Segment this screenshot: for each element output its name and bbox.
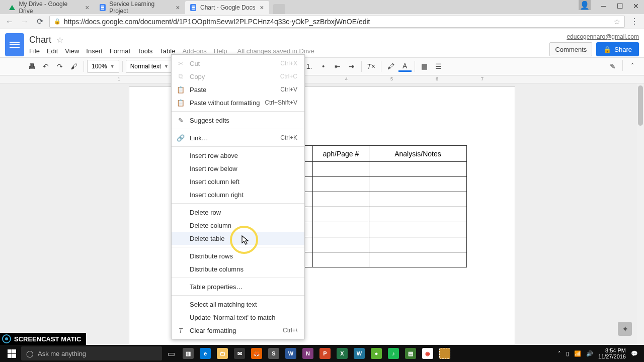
text-color-icon[interactable]: A	[398, 61, 412, 72]
menu-addons[interactable]: Add-ons	[182, 47, 206, 55]
taskbar-app[interactable]: ▥	[180, 346, 196, 360]
decrease-indent-icon[interactable]: ⇤	[331, 60, 344, 73]
minimize-button[interactable]: ─	[596, 0, 612, 12]
scrollbar-thumb[interactable]	[638, 85, 643, 126]
taskbar-mail-icon[interactable]: ✉	[231, 346, 248, 360]
redo-icon[interactable]: ↷	[53, 60, 66, 73]
close-icon[interactable]: ×	[258, 4, 265, 11]
menu-tools[interactable]: Tools	[137, 47, 152, 55]
close-icon[interactable]: ×	[175, 4, 181, 11]
ctx-insert-row-above[interactable]: Insert row above	[172, 149, 304, 162]
taskbar-recorder-icon[interactable]	[437, 346, 453, 360]
close-icon[interactable]: ×	[84, 4, 91, 11]
undo-icon[interactable]: ↶	[39, 60, 52, 73]
ctx-delete-table[interactable]: Delete table	[172, 232, 304, 245]
ctx-insert-row-below[interactable]: Insert row below	[172, 162, 304, 175]
ctx-insert-col-right[interactable]: Insert column right	[172, 188, 304, 201]
document-title[interactable]: Chart	[29, 35, 51, 45]
document-canvas[interactable]: aph/Page # Analysis/Notes	[0, 83, 644, 345]
ctx-suggest-edits[interactable]: ✎Suggest edits	[172, 114, 304, 127]
menu-file[interactable]: File	[29, 47, 40, 55]
increase-indent-icon[interactable]: ⇥	[345, 60, 358, 73]
start-button[interactable]	[3, 346, 20, 361]
ctx-table-properties[interactable]: Table properties…	[172, 280, 304, 293]
ctx-insert-col-left[interactable]: Insert column left	[172, 175, 304, 188]
tray-battery-icon[interactable]: ▯	[566, 350, 569, 357]
star-document-icon[interactable]: ☆	[56, 35, 63, 45]
user-email[interactable]: educogennaro@gmail.com	[567, 33, 639, 40]
chrome-profile-icon[interactable]: 👤	[579, 0, 591, 10]
taskbar-app[interactable]: W	[351, 346, 367, 360]
clear-formatting-icon[interactable]: T×	[365, 60, 378, 73]
ctx-delete-row[interactable]: Delete row	[172, 206, 304, 219]
task-view-icon[interactable]: ▭	[163, 346, 179, 360]
taskbar-word-icon[interactable]: W	[283, 346, 299, 360]
ctx-copy[interactable]: ⧉CopyCtrl+C	[172, 70, 304, 83]
comments-button[interactable]: Comments	[549, 42, 592, 56]
ctx-paste-plain[interactable]: 📋Paste without formattingCtrl+Shift+V	[172, 96, 304, 109]
share-button[interactable]: 🔒 Share	[596, 42, 639, 56]
new-tab-button[interactable]	[273, 4, 285, 14]
forward-button[interactable]: →	[19, 16, 30, 27]
address-bar[interactable]: 🔒 https://docs.google.com/document/d/1P1…	[49, 16, 625, 28]
taskbar-firefox-icon[interactable]: 🦊	[249, 346, 265, 360]
tray-volume-icon[interactable]: 🔊	[586, 350, 593, 357]
vertical-scrollbar[interactable]	[637, 83, 644, 345]
taskbar-clock[interactable]: 8:54 PM 11/27/2016	[598, 347, 626, 359]
cortana-search[interactable]: ◯ Ask me anything	[21, 346, 162, 360]
notifications-icon[interactable]: 💬	[631, 350, 638, 357]
ctx-delete-column[interactable]: Delete column	[172, 219, 304, 232]
fill-color-icon[interactable]: 🖍	[384, 60, 397, 73]
taskbar-spotify-icon[interactable]: ♪	[385, 346, 401, 360]
ctx-distribute-rows[interactable]: Distribute rows	[172, 249, 304, 262]
close-window-button[interactable]: ✕	[628, 0, 644, 12]
taskbar-onenote-icon[interactable]: N	[300, 346, 316, 360]
maximize-button[interactable]: ☐	[612, 0, 628, 12]
bookmark-star-icon[interactable]: ☆	[614, 18, 620, 26]
browser-tab-chart[interactable]: Chart - Google Docs ×	[185, 1, 269, 14]
print-icon[interactable]: 🖶	[25, 60, 38, 73]
zoom-select[interactable]: 100%▼	[87, 60, 119, 73]
table-header-col4[interactable]: Analysis/Notes	[369, 146, 467, 162]
taskbar-excel-icon[interactable]: X	[334, 346, 350, 360]
ctx-update-normal-text[interactable]: Update 'Normal text' to match	[172, 311, 304, 324]
system-tray[interactable]: ˄ ▯ 📶 🔊 8:54 PM 11/27/2016 💬	[558, 347, 641, 359]
taskbar-edge-icon[interactable]: e	[197, 346, 213, 360]
explore-button-icon[interactable]: ✦	[618, 322, 632, 336]
back-button[interactable]: ←	[4, 16, 15, 27]
editing-mode-icon[interactable]: ✎	[606, 60, 619, 73]
taskbar-powerpoint-icon[interactable]: P	[317, 346, 333, 360]
ctx-link[interactable]: 🔗Link…Ctrl+K	[172, 131, 304, 144]
bulleted-list-icon[interactable]: •	[317, 60, 330, 73]
menu-edit[interactable]: Edit	[47, 47, 58, 55]
taskbar-app[interactable]: ●	[368, 346, 384, 360]
ctx-paste[interactable]: 📋PasteCtrl+V	[172, 83, 304, 96]
ctx-clear-formatting[interactable]: TClear formattingCtrl+\	[172, 324, 304, 337]
taskbar-explorer-icon[interactable]: 🗀	[214, 346, 230, 360]
border-style-icon[interactable]: ☰	[432, 60, 445, 73]
table-header-col3[interactable]: aph/Page #	[313, 146, 369, 162]
horizontal-ruler[interactable]: 1 4 5 6 7	[0, 75, 644, 83]
ctx-distribute-cols[interactable]: Distribute columns	[172, 262, 304, 276]
menu-table[interactable]: Table	[159, 47, 175, 55]
taskbar-chrome-icon[interactable]: ◉	[420, 346, 436, 360]
menu-view[interactable]: View	[65, 47, 79, 55]
chrome-menu-icon[interactable]: ⋮	[629, 16, 640, 27]
browser-tab-service[interactable]: Service Learning Project ×	[95, 1, 185, 14]
browser-tab-drive[interactable]: My Drive - Google Drive ×	[4, 1, 95, 14]
taskbar-app[interactable]: S	[266, 346, 282, 360]
ctx-cut[interactable]: ✂CutCtrl+X	[172, 57, 304, 70]
ctx-select-matching[interactable]: Select all matching text	[172, 298, 304, 311]
menu-help[interactable]: Help	[214, 47, 227, 55]
collapse-toolbar-icon[interactable]: ˆ	[626, 60, 639, 73]
menu-insert[interactable]: Insert	[86, 47, 103, 55]
border-icon[interactable]: ▦	[418, 60, 431, 73]
tray-chevron-up-icon[interactable]: ˄	[558, 350, 561, 357]
taskbar-app[interactable]: ▤	[403, 346, 419, 360]
google-docs-logo-icon[interactable]	[5, 33, 24, 56]
paint-format-icon[interactable]: 🖌	[67, 60, 80, 73]
docs-icon	[99, 4, 106, 12]
tray-wifi-icon[interactable]: 📶	[574, 350, 581, 357]
reload-button[interactable]: ⟳	[34, 16, 45, 27]
menu-format[interactable]: Format	[110, 47, 130, 55]
